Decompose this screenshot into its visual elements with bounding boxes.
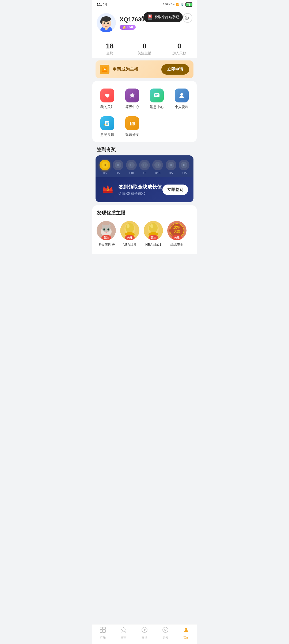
day-7-coin: U [179, 160, 189, 170]
svg-text:U: U [130, 164, 132, 167]
menu-item-message[interactable]: 消息中心 [144, 86, 169, 112]
day-3-coin: U [126, 160, 137, 170]
days-value: 0 [162, 42, 197, 50]
svg-point-16 [180, 93, 183, 96]
menu-section: 我的关注 等级中心 消息中心 [92, 81, 197, 142]
streamer-2[interactable]: 关注 NBA回放 [120, 221, 139, 247]
day-5-coin: U [152, 160, 163, 170]
checkin-title: 签到有奖 [92, 142, 197, 155]
svg-point-50 [104, 229, 105, 230]
speech-bubble: 🎴 快取个好名字吧 [143, 12, 183, 22]
crown-icon: v [101, 182, 115, 198]
checkin-button[interactable]: 立即签到 [162, 185, 188, 195]
avatar[interactable] [97, 13, 116, 32]
streamer-4-name: 鑫球电影 [170, 242, 184, 247]
following-label: 关注主播 [127, 51, 162, 56]
svg-point-7 [107, 22, 109, 24]
svg-text:大吉: 大吉 [173, 229, 181, 233]
signal-icon: 📶 [176, 3, 180, 6]
svg-point-9 [108, 24, 111, 26]
stat-following: 0 关注主播 [127, 42, 162, 56]
svg-text:U: U [143, 164, 146, 167]
streamer-1-follow[interactable]: 关注 [101, 235, 111, 240]
stat-gold: 18 金块 [92, 42, 127, 56]
apply-button[interactable]: 立即申请 [161, 64, 189, 75]
day-1-label: X5 [103, 171, 107, 175]
checkin-text-block: 签到领取金块成长值 金块X5 成长值X5 [119, 184, 162, 196]
status-time: 11:44 [97, 2, 107, 7]
level-label: 等级中心 [125, 105, 139, 109]
menu-item-invite[interactable]: 邀请好友 [120, 114, 145, 139]
day-4: U X5 [139, 160, 150, 175]
sticker-icon: 🎴 [147, 14, 153, 20]
level-text: Lv0 [127, 25, 133, 29]
profile-top: XQ1763035 ⭐ Lv0 🎴 快取个好名字吧 [97, 13, 192, 32]
checkin-card: U X5 U X5 U [96, 155, 193, 202]
svg-point-8 [102, 24, 104, 26]
gold-label: 金块 [92, 51, 127, 56]
day-2-label: X5 [116, 171, 120, 175]
day-1-coin: U [100, 160, 110, 170]
day-3-label: X10 [129, 171, 134, 175]
settings-button[interactable] [183, 13, 192, 23]
svg-text:v: v [107, 188, 109, 191]
network-speed: 0.50 KB/s [163, 3, 175, 6]
checkin-main-title: 签到领取金块成长值 [119, 184, 162, 190]
svg-marker-12 [130, 93, 135, 98]
my-follow-label: 我的关注 [100, 105, 114, 109]
message-label: 消息中心 [150, 105, 164, 109]
streamer-3[interactable]: 关注 NBA回放1 [144, 221, 163, 247]
streamer-3-follow[interactable]: 关注 [149, 235, 158, 240]
svg-rect-13 [154, 93, 159, 97]
discover-section: 发现优质主播 [92, 205, 197, 254]
banner-icon: ▶️ [100, 65, 109, 74]
streamer-2-name: NBA回放 [123, 242, 137, 247]
profile-icon [175, 89, 189, 102]
svg-text:U: U [170, 164, 172, 167]
streamer-2-follow[interactable]: 关注 [125, 235, 135, 240]
streamer-4-follow[interactable]: 关注 [172, 235, 182, 240]
svg-point-5 [100, 19, 102, 24]
menu-item-my-follow[interactable]: 我的关注 [95, 86, 120, 112]
banner-left: ▶️ 申请成为主播 [100, 65, 138, 74]
day-6-coin: U [166, 160, 176, 170]
following-value: 0 [127, 42, 162, 50]
svg-point-56 [127, 224, 130, 228]
profile-label: 个人资料 [175, 105, 189, 109]
svg-point-61 [150, 224, 153, 228]
checkin-section: 签到有奖 U X5 U [92, 142, 197, 202]
menu-grid-2: 意见反馈 邀请好友 [95, 114, 194, 139]
day-3: U X10 [126, 160, 137, 175]
my-follow-icon [100, 89, 114, 102]
streamer-3-avatar: 关注 [144, 221, 163, 240]
streamer-1[interactable]: 关注 飞天老匹夫 [97, 221, 116, 247]
day-1: U X5 [100, 160, 110, 175]
day-4-coin: U [139, 160, 150, 170]
menu-placeholder-1 [144, 114, 169, 139]
streamer-4[interactable]: 虎年 大吉 关注 鑫球电影 [167, 221, 187, 247]
streamer-1-name: 飞天老匹夫 [98, 242, 115, 247]
day-7-label: X15 [181, 171, 187, 175]
discover-title: 发现优质主播 [92, 205, 197, 219]
days-label: 加入天数 [162, 51, 197, 56]
streamer-4-avatar: 虎年 大吉 关注 [167, 221, 187, 240]
feedback-icon [100, 116, 114, 130]
svg-point-51 [108, 229, 109, 230]
checkin-left: v 签到领取金块成长值 金块X5 成长值X5 [101, 182, 162, 198]
profile-section: XQ1763035 ⭐ Lv0 🎴 快取个好名字吧 [92, 8, 197, 37]
day-6: U X5 [166, 160, 176, 175]
menu-grid: 我的关注 等级中心 消息中心 [95, 86, 194, 112]
day-6-label: X5 [169, 171, 173, 175]
svg-text:虎年: 虎年 [173, 225, 181, 229]
status-icons: 0.50 KB/s 📶 📡 75 [163, 2, 192, 7]
invite-label: 邀请好友 [125, 132, 139, 137]
day-5-label: X13 [155, 171, 161, 175]
day-2: U X5 [113, 160, 123, 175]
menu-item-feedback[interactable]: 意见反馈 [95, 114, 120, 139]
svg-point-60 [149, 223, 158, 233]
svg-point-6 [104, 22, 105, 24]
menu-item-level[interactable]: 等级中心 [120, 86, 145, 112]
day-7: U X15 [179, 160, 189, 175]
broadcaster-banner: ▶️ 申请成为主播 立即申请 [96, 60, 193, 78]
menu-item-profile[interactable]: 个人资料 [169, 86, 194, 112]
